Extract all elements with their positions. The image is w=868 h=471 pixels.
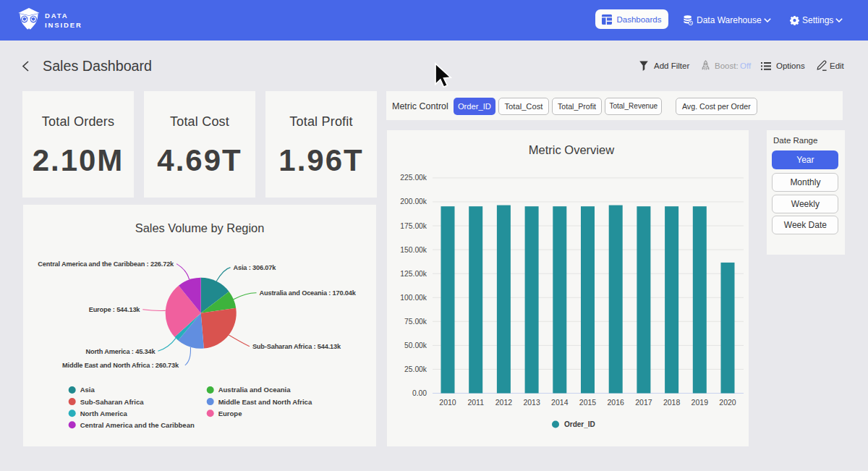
svg-text:Order_ID: Order_ID <box>564 420 595 428</box>
svg-text:Sub-Saharan Africa: Sub-Saharan Africa <box>80 398 145 406</box>
svg-text:2014: 2014 <box>551 398 569 407</box>
svg-text:100.00k: 100.00k <box>400 294 427 302</box>
svg-text:2017: 2017 <box>635 398 652 407</box>
svg-text:Europe: Europe <box>218 410 242 417</box>
svg-text:2013: 2013 <box>523 398 540 407</box>
svg-text:Europe : 544.13k: Europe : 544.13k <box>89 306 141 313</box>
svg-text:Asia : 306.07k: Asia : 306.07k <box>234 264 277 271</box>
svg-text:Middle East and North Africa :: Middle East and North Africa : 260.73k <box>62 362 179 369</box>
svg-text:2020: 2020 <box>719 398 736 407</box>
svg-text:2019: 2019 <box>692 398 709 407</box>
svg-text:2010: 2010 <box>439 398 456 407</box>
svg-text:Middle East and North Africa: Middle East and North Africa <box>218 398 312 406</box>
svg-text:175.00k: 175.00k <box>400 222 427 230</box>
svg-text:Australia and Oceania: Australia and Oceania <box>218 386 292 394</box>
svg-text:Sales Volume by Region: Sales Volume by Region <box>135 221 265 234</box>
svg-text:2015: 2015 <box>579 398 597 407</box>
svg-text:50.00k: 50.00k <box>404 341 427 349</box>
svg-text:North America : 45.34k: North America : 45.34k <box>85 348 156 355</box>
svg-text:150.00k: 150.00k <box>400 246 427 254</box>
svg-text:Sub-Saharan Africa : 544.13k: Sub-Saharan Africa : 544.13k <box>252 343 341 350</box>
svg-text:Metric Overview: Metric Overview <box>529 143 614 156</box>
svg-text:Asia: Asia <box>80 386 95 394</box>
svg-text:75.00k: 75.00k <box>404 318 427 326</box>
svg-text:2011: 2011 <box>467 398 484 407</box>
svg-text:2016: 2016 <box>608 398 625 407</box>
svg-text:200.00k: 200.00k <box>400 198 427 205</box>
svg-text:North America: North America <box>80 410 128 417</box>
svg-text:Central America and the Caribb: Central America and the Caribbean : 226.… <box>38 260 174 268</box>
svg-text:225.00k: 225.00k <box>400 174 427 182</box>
svg-text:Central America and the Caribb: Central America and the Caribbean <box>80 421 195 429</box>
svg-text:0.00: 0.00 <box>412 389 427 397</box>
svg-text:25.00k: 25.00k <box>404 365 427 373</box>
svg-text:125.00k: 125.00k <box>400 270 427 278</box>
svg-text:2012: 2012 <box>495 398 513 407</box>
svg-text:Australia and Oceania : 170.04: Australia and Oceania : 170.04k <box>260 289 357 297</box>
svg-text:2018: 2018 <box>663 398 681 407</box>
